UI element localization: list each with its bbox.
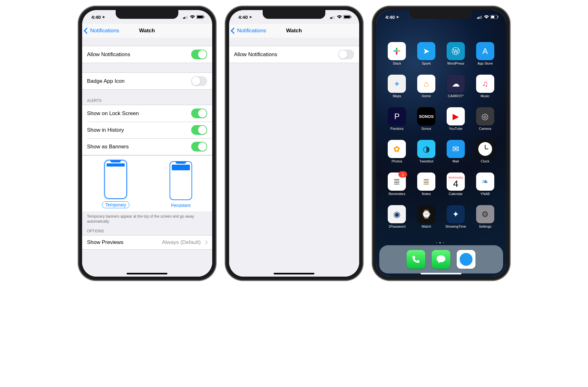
svg-rect-0 <box>183 18 184 19</box>
status-time: 4:40 <box>386 14 395 20</box>
switch-allow-notifications[interactable] <box>338 50 354 59</box>
dock-app-safari[interactable] <box>457 250 475 269</box>
app-grid[interactable]: Slack➤SparkⓌWordPressAApp Store⌖Maps⌂Hom… <box>376 24 506 243</box>
app-tweetbot[interactable]: ◑Tweetbot <box>412 140 441 170</box>
app-icon: Wednesday4 <box>447 172 465 191</box>
app-carrot-[interactable]: ☁CARROT⁵ <box>441 75 470 105</box>
cellular-icon <box>330 15 335 19</box>
dock-app-phone[interactable] <box>407 250 425 269</box>
app-watch[interactable]: ⌚Watch <box>412 205 441 235</box>
app-clock[interactable]: Clock <box>470 140 500 170</box>
dock[interactable] <box>379 245 503 273</box>
app-home[interactable]: ⌂Home <box>412 75 441 105</box>
app-label: Mail <box>453 159 459 163</box>
phone-frame-1: 4:40 ➤ Notifications Watch Allow Notific… <box>78 6 216 280</box>
app-spark[interactable]: ➤Spark <box>412 42 441 72</box>
app-pandora[interactable]: PPandora <box>382 107 412 137</box>
app-icon: ▶ <box>447 107 465 125</box>
app-calendar[interactable]: Wednesday4Calendar <box>441 172 470 203</box>
app-label: Camera <box>479 127 491 130</box>
switch-show-history[interactable] <box>191 125 207 135</box>
app-label: Slack <box>393 61 401 65</box>
app-label: Pandora <box>391 127 404 130</box>
back-button[interactable]: Notifications <box>229 28 266 34</box>
app-1password[interactable]: ◉1Password <box>382 205 412 235</box>
app-wordpress[interactable]: ⓌWordPress <box>441 42 470 72</box>
switch-badge-app-icon[interactable] <box>191 76 207 86</box>
app-label: Calendar <box>449 192 463 196</box>
banner-style-picker: Temporary Persistent <box>82 155 212 211</box>
app-photos[interactable]: ✿Photos <box>382 140 412 170</box>
cell-show-banners[interactable]: Show as Banners <box>82 138 212 155</box>
app-slack[interactable]: Slack <box>382 42 412 72</box>
settings-scroll[interactable]: Allow Notifications Badge App Icon ALERT… <box>82 38 212 277</box>
notch <box>116 10 178 19</box>
switch-show-banners[interactable] <box>191 142 207 151</box>
page-indicator[interactable]: ●●● <box>376 241 506 244</box>
home-indicator[interactable] <box>127 273 167 274</box>
banner-style-temporary[interactable]: Temporary <box>102 160 129 208</box>
cell-allow-notifications[interactable]: Allow Notifications <box>229 46 359 63</box>
switch-show-lock-screen[interactable] <box>191 109 207 118</box>
settings-scroll[interactable]: Allow Notifications <box>229 38 359 277</box>
cell-allow-notifications[interactable]: Allow Notifications <box>82 46 212 63</box>
app-app-store[interactable]: AApp Store <box>470 42 500 72</box>
persistent-preview-icon <box>170 161 192 200</box>
back-button[interactable]: Notifications <box>82 28 119 34</box>
banner-style-persistent[interactable]: Persistent <box>170 161 192 208</box>
app-mail[interactable]: ✉Mail <box>441 140 470 170</box>
nav-bar: Notifications Watch <box>82 24 212 38</box>
page-dot-active: ● <box>439 241 443 244</box>
svg-rect-19 <box>491 16 494 18</box>
app-notes[interactable]: ≣Notes <box>412 172 441 203</box>
chevron-left-icon <box>231 28 237 34</box>
app-icon: Ⓦ <box>447 42 465 60</box>
app-camera[interactable]: ◎Camera <box>470 107 500 137</box>
cell-show-history[interactable]: Show in History <box>82 122 212 138</box>
app-icon: P <box>388 107 406 125</box>
style-label: Temporary <box>102 201 129 208</box>
svg-rect-13 <box>351 16 351 18</box>
app-showingtime[interactable]: ✦ShowingTime <box>441 205 470 235</box>
app-ynab[interactable]: ❧YNAB <box>470 172 500 203</box>
wifi-icon <box>337 15 342 19</box>
app-icon: ≣ <box>417 172 435 191</box>
section-header-alerts: ALERTS <box>82 97 212 105</box>
cell-show-previews[interactable]: Show Previews Always (Default) <box>82 235 212 250</box>
app-icon: SONOS <box>417 107 435 125</box>
app-icon: ⌚ <box>417 205 435 223</box>
app-sonos[interactable]: SONOSSonos <box>412 107 441 137</box>
app-label: Home <box>422 94 431 98</box>
app-icon: ♫ <box>476 75 494 93</box>
cell-badge-app-icon[interactable]: Badge App Icon <box>82 72 212 90</box>
app-icon <box>388 42 406 60</box>
switch-allow-notifications[interactable] <box>191 50 207 59</box>
app-label: Reminders <box>389 192 405 196</box>
svg-rect-5 <box>197 16 203 18</box>
cell-label: Badge App Icon <box>87 78 125 84</box>
app-label: Watch <box>422 225 431 228</box>
location-icon: ➤ <box>249 15 252 19</box>
battery-icon <box>344 15 352 19</box>
home-indicator[interactable] <box>274 273 314 274</box>
section-header-options: OPTIONS <box>82 227 212 235</box>
app-label: Clock <box>481 159 490 163</box>
phone-frame-3: 4:40 ➤ Slack➤SparkⓌWordPressAApp Store⌖M… <box>372 6 510 280</box>
back-label: Notifications <box>90 28 119 34</box>
app-maps[interactable]: ⌖Maps <box>382 75 412 105</box>
dock-app-messages[interactable] <box>432 250 450 269</box>
app-icon: ◎ <box>476 107 494 125</box>
app-music[interactable]: ♫Music <box>470 75 500 105</box>
svg-rect-9 <box>333 16 333 19</box>
app-reminders[interactable]: ≣1Reminders <box>382 172 412 203</box>
app-label: Maps <box>393 94 401 98</box>
app-settings[interactable]: ⚙Settings <box>470 205 500 235</box>
app-youtube[interactable]: ▶YouTube <box>441 107 470 137</box>
app-label: 1Password <box>388 225 405 228</box>
app-label: Settings <box>479 225 491 228</box>
svg-rect-14 <box>477 18 478 19</box>
cell-show-lock-screen[interactable]: Show on Lock Screen <box>82 105 212 122</box>
svg-rect-23 <box>396 48 397 51</box>
badge: 1 <box>398 171 407 178</box>
home-indicator[interactable] <box>421 273 461 274</box>
